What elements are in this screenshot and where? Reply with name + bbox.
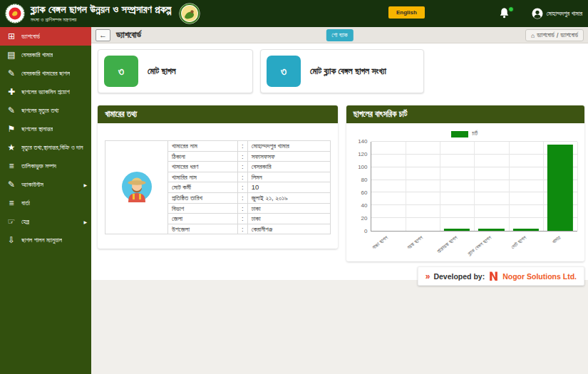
sidebar-item-label: হেল্প xyxy=(21,218,29,226)
chart-x-tick-label: বয়স্ক ছাগল xyxy=(406,234,424,251)
chevron-right-icon: ▶ xyxy=(83,219,87,224)
stat-cards-row: ৩ মোট ছাগল ৩ মোট ব্ল্যাক বেঙ্গল ছাগল সংখ… xyxy=(98,49,588,93)
farm-info-panel-title: খামারের তথ্য xyxy=(98,105,338,123)
chart-bar-3[interactable] xyxy=(478,229,504,231)
footer-row: » Developed by: Nogor Solutions Ltd. xyxy=(91,266,584,286)
chart-x-tick-label: বাচ্চা ছাগল xyxy=(371,234,390,251)
chart-y-tick-label: 120 xyxy=(358,151,367,157)
panels-row: খামারের তথ্য খামারের নাম:মোহাম্মদপুর খাম… xyxy=(98,105,584,261)
farm-info-label: বিভাগ xyxy=(168,203,238,214)
chart-y-tick-label: 140 xyxy=(358,138,367,145)
edit-icon: ✎ xyxy=(5,69,18,78)
chart-gridline-v xyxy=(406,142,406,231)
sidebar-item-goat-rearing-manual[interactable]: ⇩ছাগল পালন ম্যানুয়াল xyxy=(0,231,91,249)
bar-chart: 020406080100120140 xyxy=(352,142,578,232)
farm-info-label: প্রতিষ্ঠিত তারিখ xyxy=(168,192,238,203)
chart-y-axis: 020406080100120140 xyxy=(352,142,371,232)
farm-info-separator: : xyxy=(238,162,248,172)
chart-y-tick-label: 0 xyxy=(364,228,367,234)
farm-info-value: কেরানীগঞ্জ xyxy=(247,224,330,234)
farm-info-value: সফাসফসফ xyxy=(247,151,330,162)
hand-icon: ☞ xyxy=(5,217,18,226)
sliders-icon: ≡ xyxy=(5,162,18,170)
chart-y-tick-label: 20 xyxy=(361,215,368,222)
sidebar-item-goat-death-info[interactable]: ✎ছাগলের মৃত্যুর তথ্য xyxy=(0,101,91,120)
sidebar-item-goat-vaccination[interactable]: ✚ছাগলের ভ্যাকসিন প্রয়োগ xyxy=(0,83,91,101)
main-content: ৩ মোট ছাগল ৩ মোট ব্ল্যাক বেঙ্গল ছাগল সংখ… xyxy=(91,43,588,280)
sidebar-item-messages[interactable]: ≡বার্তা xyxy=(0,194,91,212)
farm-info-value: মোহাম্মদপুর খামার xyxy=(247,141,330,152)
breadcrumb-current: ড্যাশবোর্ড xyxy=(560,31,578,39)
sidebar-item-label: ছাগলের মৃত্যুর তথ্য xyxy=(21,107,59,115)
user-menu[interactable]: মোহাম্মদপুর খামার xyxy=(532,8,582,19)
chart-y-tick-label: 60 xyxy=(361,189,368,196)
sidebar-item-help[interactable]: ☞হেল্প▶ xyxy=(0,212,91,231)
farm-info-value: ঢাকা xyxy=(247,203,330,214)
breadcrumb-root[interactable]: ড্যাশবোর্ড xyxy=(537,31,555,39)
sidebar: ⊞ড্যাশবোর্ড▤বেসরকারি খামার✎বেসরকারি খামা… xyxy=(0,27,91,374)
chart-legend: চার্ট xyxy=(352,130,578,137)
list-icon: ▤ xyxy=(5,51,18,59)
farm-info-label: মোট কর্মী xyxy=(168,182,238,193)
breadcrumb-separator: / xyxy=(557,32,558,39)
home-icon: ⌂ xyxy=(531,32,535,39)
sidebar-item-label: ছাগল পালন ম্যানুয়াল xyxy=(21,237,62,244)
chart-gridline-v xyxy=(543,142,544,231)
notifications-button[interactable] xyxy=(499,7,513,20)
english-language-button[interactable]: English xyxy=(388,6,425,19)
chart-bar-5[interactable] xyxy=(547,145,573,231)
app-header: ব্ল্যাক বেঙ্গল ছাগল উন্নয়ন ও সম্প্রসারণ… xyxy=(0,0,588,27)
farm-info-label: জেলা xyxy=(168,214,238,224)
sidebar-item-accounts[interactable]: ✎অ্যাকাউন্টস▶ xyxy=(0,175,91,194)
notification-badge xyxy=(508,6,514,12)
sidebar-item-goat-transfer[interactable]: ⚑ছাগলের স্থানান্তর xyxy=(0,120,91,138)
sidebar-item-label: বেসরকারি খামারের ছাগল xyxy=(21,70,70,78)
chevrons-icon: » xyxy=(425,271,430,281)
annual-chart-panel: ছাগলের বাৎসরিক চার্ট চার্ট 0204060801001… xyxy=(346,105,585,261)
app-title: ব্ল্যাক বেঙ্গল ছাগল উন্নয়ন ও সম্প্রসারণ… xyxy=(31,4,172,16)
sidebar-item-enlisted-assets[interactable]: ≡তালিকাভুক্ত সম্পদ xyxy=(0,157,91,175)
sidebar-item-label: মৃত্যুর তথ্য,স্থানান্তর,বিক্রি ও দান xyxy=(21,144,83,152)
stat-value-badge: ৩ xyxy=(104,56,138,87)
sidebar-item-label: অ্যাকাউন্টস xyxy=(21,181,43,189)
download-icon: ⇩ xyxy=(5,236,18,244)
chart-gridline-v xyxy=(440,142,440,231)
legend-swatch xyxy=(451,131,468,137)
sidebar-item-private-farm-goats[interactable]: ✎বেসরকারি খামারের ছাগল xyxy=(0,64,91,83)
farm-info-table: খামারের নাম:মোহাম্মদপুর খামারঠিকানা:সফাস… xyxy=(105,140,331,234)
chart-gridline-v xyxy=(509,142,510,231)
page-title: ড্যাশবোর্ড xyxy=(116,30,141,40)
sidebar-item-label: ছাগলের স্থানান্তর xyxy=(21,125,53,133)
farm-info-label: খামারের নাম xyxy=(168,141,238,152)
star-icon: ★ xyxy=(5,143,18,152)
sidebar-item-private-farm[interactable]: ▤বেসরকারি খামার xyxy=(0,46,91,64)
chart-y-tick-label: 40 xyxy=(361,202,368,209)
sliders-icon: ≡ xyxy=(5,199,18,207)
go-back-button[interactable]: গো ব্যাক xyxy=(326,29,353,41)
farm-info-value: ঢাকা xyxy=(247,214,330,224)
developer-credit[interactable]: » Developed by: Nogor Solutions Ltd. xyxy=(418,266,584,286)
chevron-right-icon: ▶ xyxy=(83,182,87,187)
chart-gridline-v xyxy=(474,142,475,231)
farm-info-row: খামারের নাম:মোহাম্মদপুর খামার xyxy=(105,141,331,152)
farm-info-separator: : xyxy=(238,151,248,162)
back-button[interactable]: ← xyxy=(96,29,110,41)
chart-y-tick-label: 80 xyxy=(361,177,368,183)
dashboard-icon: ⊞ xyxy=(5,32,18,41)
farm-info-separator: : xyxy=(238,141,248,152)
farm-info-label: খামারির নাম xyxy=(168,172,238,182)
map-marker-icon: ⚑ xyxy=(5,125,18,133)
farm-info-label: খামারের ধরণ xyxy=(168,162,238,172)
stat-label: মোট ব্ল্যাক বেঙ্গল ছাগল সংখ্যা xyxy=(310,66,386,76)
project-logo xyxy=(179,3,200,24)
farm-info-body: খামারের নাম:মোহাম্মদপুর খামারঠিকানা:সফাস… xyxy=(98,123,338,249)
chart-bar-2[interactable] xyxy=(444,229,470,231)
sidebar-item-death-transfer-sale-donation[interactable]: ★মৃত্যুর তথ্য,স্থানান্তর,বিক্রি ও দান xyxy=(0,138,91,157)
sidebar-item-dashboard[interactable]: ⊞ড্যাশবোর্ড xyxy=(0,27,91,46)
vaccine-icon: ✚ xyxy=(5,88,18,96)
annual-chart-body: চার্ট 020406080100120140 বাচ্চা ছাগলবয়স… xyxy=(346,123,585,261)
farm-info-separator: : xyxy=(238,224,248,234)
farm-info-separator: : xyxy=(238,214,248,224)
farm-info-table-body: খামারের নাম:মোহাম্মদপুর খামারঠিকানা:সফাস… xyxy=(105,141,331,234)
chart-bar-4[interactable] xyxy=(513,229,539,231)
